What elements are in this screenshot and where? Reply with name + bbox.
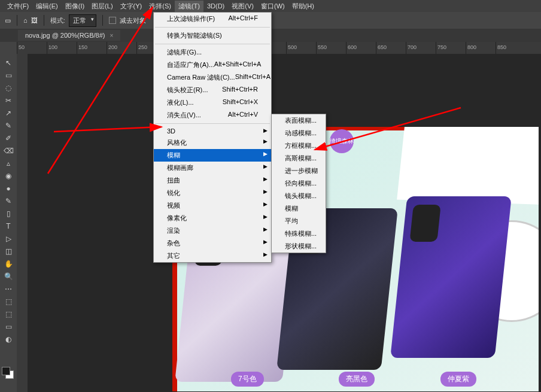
badge-black: 亮黑色 xyxy=(339,372,375,387)
menu-5[interactable]: 选择(S) xyxy=(145,1,175,12)
blur-menu-item-4[interactable]: 进一步模糊 xyxy=(272,165,326,177)
filter-menu-item-15[interactable]: 扭曲▶ xyxy=(154,174,271,187)
product-box xyxy=(397,127,539,205)
menu-4[interactable]: 文字(Y) xyxy=(117,1,146,12)
filter-menu-item-6[interactable]: Camera Raw 滤镜(C)...Shift+Ctrl+A xyxy=(154,71,271,84)
filter-menu-item-20[interactable]: 杂色▶ xyxy=(154,237,271,250)
menu-2[interactable]: 图像(I) xyxy=(62,1,88,12)
foreground-swatch[interactable] xyxy=(2,367,10,375)
blur-menu-item-1[interactable]: 动感模糊... xyxy=(272,127,326,139)
menu-7[interactable]: 3D(D) xyxy=(203,1,228,11)
tool-13[interactable]: T xyxy=(2,221,14,232)
filter-menu-item-13[interactable]: 模糊▶ xyxy=(154,149,271,162)
tab-title: nova.jpg @ 200%(RGB/8#) xyxy=(25,32,105,39)
tool-22[interactable]: ◐ xyxy=(2,334,14,345)
filter-menu-item-11[interactable]: 3D▶ xyxy=(154,126,271,136)
tool-4[interactable]: ↗ xyxy=(2,108,14,118)
tool-9[interactable]: ◉ xyxy=(2,171,14,181)
filter-menu-item-12[interactable]: 风格化▶ xyxy=(154,136,271,149)
tool-12[interactable]: ▯ xyxy=(2,208,14,219)
menu-3[interactable]: 图层(L) xyxy=(88,1,116,12)
badge-purple: 仲夏紫 xyxy=(440,372,476,387)
tool-15[interactable]: ◫ xyxy=(2,246,14,257)
filter-menu-item-17[interactable]: 视频▶ xyxy=(154,199,271,212)
tool-10[interactable]: ● xyxy=(2,183,14,194)
filter-menu: 上次滤镜操作(F)Alt+Ctrl+F转换为智能滤镜(S)滤镜库(G)...自适… xyxy=(153,12,272,263)
mode-select[interactable]: 正常 xyxy=(69,14,96,27)
filter-menu-item-16[interactable]: 锐化▶ xyxy=(154,187,271,199)
tool-11[interactable]: ✎ xyxy=(2,196,14,206)
picture-icon[interactable]: 🖼 xyxy=(31,17,38,24)
filter-menu-item-0[interactable]: 上次滤镜操作(F)Alt+Ctrl+F xyxy=(154,13,271,25)
filter-menu-item-2[interactable]: 转换为智能滤镜(S) xyxy=(154,29,271,42)
menu-9[interactable]: 窗口(W) xyxy=(257,1,288,12)
subtract-label: 减去对象 xyxy=(120,16,146,25)
phone-3 xyxy=(390,196,512,358)
tag-forest: 绮境森林 xyxy=(330,129,354,153)
tool-0[interactable]: ↖ xyxy=(2,57,14,68)
blur-menu-item-2[interactable]: 方框模糊... xyxy=(272,139,326,152)
tool-20[interactable]: ⬚ xyxy=(2,309,14,320)
menu-1[interactable]: 编辑(E) xyxy=(32,1,62,12)
tool-7[interactable]: ⌫ xyxy=(2,145,14,156)
close-icon[interactable]: × xyxy=(110,32,113,39)
blur-menu-item-8[interactable]: 平均 xyxy=(272,215,326,227)
menu-0[interactable]: 文件(F) xyxy=(4,1,32,12)
tool-2[interactable]: ◌ xyxy=(2,83,14,93)
blur-menu-item-7[interactable]: 模糊 xyxy=(272,202,326,215)
menu-6[interactable]: 滤镜(T) xyxy=(175,1,203,12)
filter-menu-item-7[interactable]: 镜头校正(R)...Shift+Ctrl+R xyxy=(154,84,271,96)
blur-menu-item-5[interactable]: 径向模糊... xyxy=(272,177,326,190)
tool-8[interactable]: ▵ xyxy=(2,158,14,169)
filter-menu-item-14[interactable]: 模糊画廊▶ xyxy=(154,162,271,174)
blur-menu-item-0[interactable]: 表面模糊... xyxy=(272,114,326,127)
tool-14[interactable]: ▷ xyxy=(2,233,14,244)
blur-menu-item-10[interactable]: 形状模糊... xyxy=(272,240,326,253)
tool-1[interactable]: ▭ xyxy=(2,70,14,81)
filter-menu-item-18[interactable]: 像素化▶ xyxy=(154,212,271,224)
menu-10[interactable]: 帮助(H) xyxy=(288,1,318,12)
tool-21[interactable]: ▭ xyxy=(2,321,14,332)
menu-8[interactable]: 视图(V) xyxy=(228,1,257,12)
blur-menu-item-6[interactable]: 镜头模糊... xyxy=(272,190,326,202)
ruler-horizontal: 5010015020025030035040045050055060065070… xyxy=(17,42,541,54)
ruler-vertical xyxy=(17,54,28,392)
tool-16[interactable]: ✋ xyxy=(2,259,14,269)
tool-indicator: ▭ xyxy=(5,17,11,25)
blur-menu-item-3[interactable]: 高斯模糊... xyxy=(272,152,326,165)
filter-menu-item-5[interactable]: 自适应广角(A)...Alt+Shift+Ctrl+A xyxy=(154,59,271,71)
tool-19[interactable]: ⬚ xyxy=(2,296,14,307)
tool-18[interactable]: ⋯ xyxy=(2,284,14,294)
filter-menu-item-9[interactable]: 消失点(V)...Alt+Ctrl+V xyxy=(154,109,271,121)
color-swatches[interactable] xyxy=(2,367,15,375)
blur-submenu: 表面模糊...动感模糊...方框模糊...高斯模糊...进一步模糊径向模糊...… xyxy=(271,114,326,253)
blur-menu-item-9[interactable]: 特殊模糊... xyxy=(272,227,326,240)
menubar: 文件(F)编辑(E)图像(I)图层(L)文字(Y)选择(S)滤镜(T)3D(D)… xyxy=(0,0,541,12)
tool-17[interactable]: 🔍 xyxy=(2,271,14,282)
mode-label: 模式: xyxy=(50,16,65,25)
home-icon[interactable]: ⌂ xyxy=(23,17,28,24)
tools-panel: ↖▭◌✂↗✎✐⌫▵◉●✎▯T▷◫✋🔍⋯⬚⬚▭◐ xyxy=(0,42,17,392)
filter-menu-item-19[interactable]: 渲染▶ xyxy=(154,224,271,237)
subtract-checkbox[interactable] xyxy=(109,17,116,24)
tool-6[interactable]: ✐ xyxy=(2,133,14,144)
badge-color-7: 7号色 xyxy=(231,372,264,387)
filter-menu-item-8[interactable]: 液化(L)...Shift+Ctrl+X xyxy=(154,96,271,109)
tab-nova[interactable]: nova.jpg @ 200%(RGB/8#) × xyxy=(18,30,120,41)
filter-menu-item-21[interactable]: 其它▶ xyxy=(154,250,271,262)
tool-5[interactable]: ✎ xyxy=(2,120,14,131)
tool-3[interactable]: ✂ xyxy=(2,95,14,106)
filter-menu-item-4[interactable]: 滤镜库(G)... xyxy=(154,46,271,59)
